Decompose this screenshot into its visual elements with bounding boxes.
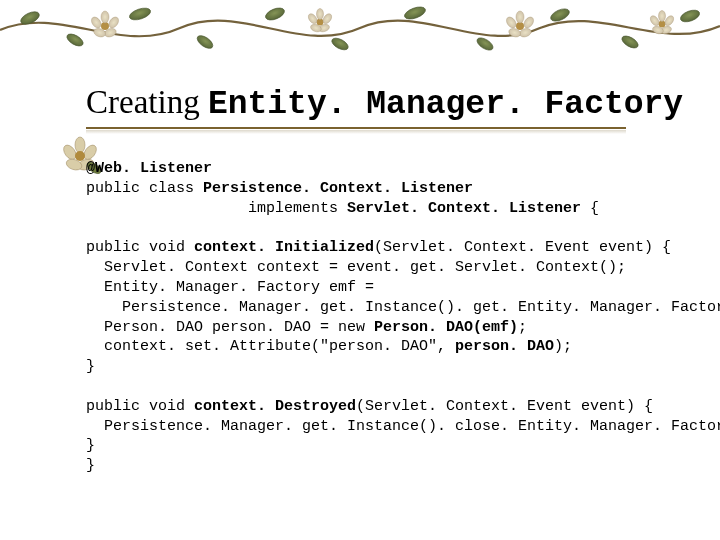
svg-point-28 xyxy=(508,27,522,38)
svg-point-35 xyxy=(75,137,85,153)
svg-point-32 xyxy=(649,14,661,27)
svg-point-34 xyxy=(652,25,665,35)
svg-point-7 xyxy=(475,35,495,52)
title-rule xyxy=(86,127,672,137)
svg-point-12 xyxy=(101,11,109,23)
svg-point-33 xyxy=(663,14,675,27)
svg-point-15 xyxy=(107,15,121,29)
svg-point-18 xyxy=(317,9,324,20)
svg-point-8 xyxy=(549,6,571,23)
svg-point-10 xyxy=(679,8,701,24)
svg-point-24 xyxy=(516,11,524,23)
svg-point-22 xyxy=(310,23,323,33)
svg-point-3 xyxy=(195,33,215,51)
svg-point-27 xyxy=(522,15,536,29)
svg-point-17 xyxy=(317,19,324,26)
svg-point-14 xyxy=(89,15,103,29)
svg-point-21 xyxy=(321,12,333,25)
svg-point-13 xyxy=(103,27,117,38)
slide-content: Creating Entity. Manager. Factory @Web. … xyxy=(86,84,672,476)
title-mono: Entity. Manager. Factory xyxy=(208,86,683,123)
svg-point-9 xyxy=(620,34,640,51)
svg-point-30 xyxy=(659,11,666,22)
svg-point-19 xyxy=(318,23,331,33)
code-block: @Web. Listener public class Persistence.… xyxy=(86,159,672,476)
svg-point-16 xyxy=(93,27,107,38)
svg-point-1 xyxy=(65,32,85,49)
svg-point-0 xyxy=(19,9,41,27)
svg-point-2 xyxy=(128,6,152,22)
svg-point-25 xyxy=(518,27,532,38)
svg-point-37 xyxy=(61,143,78,162)
slide-title: Creating Entity. Manager. Factory xyxy=(86,84,672,123)
svg-point-5 xyxy=(330,36,350,52)
svg-point-4 xyxy=(264,6,286,23)
svg-point-11 xyxy=(101,22,109,30)
svg-point-31 xyxy=(660,25,673,35)
svg-point-29 xyxy=(659,21,666,28)
svg-point-20 xyxy=(307,12,319,25)
svg-point-23 xyxy=(516,22,524,30)
floral-decoration xyxy=(0,0,720,62)
title-serif: Creating xyxy=(86,84,208,120)
svg-point-6 xyxy=(403,5,427,22)
svg-point-26 xyxy=(504,15,518,29)
svg-point-40 xyxy=(75,151,85,161)
slide: Creating Entity. Manager. Factory @Web. … xyxy=(0,0,720,540)
svg-point-39 xyxy=(65,157,83,171)
